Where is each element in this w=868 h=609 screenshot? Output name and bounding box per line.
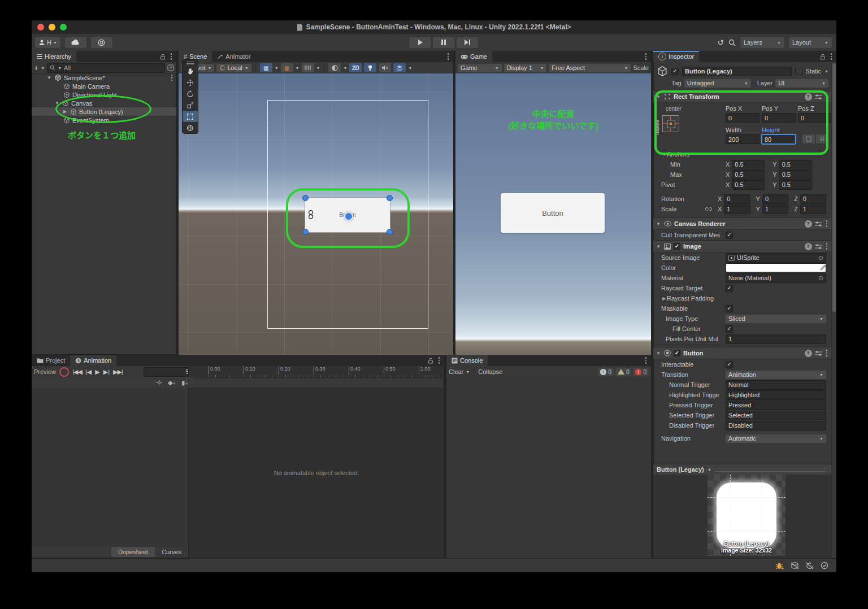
resize-handle-tl[interactable]	[302, 195, 309, 201]
object-picker-icon[interactable]: ⊙	[818, 254, 823, 262]
lock-icon[interactable]	[160, 54, 166, 60]
tag-dropdown[interactable]: Untagged▼	[684, 79, 751, 88]
preview-header[interactable]: Button (Legacy)▼	[653, 464, 836, 475]
auto-refresh-icon[interactable]	[806, 562, 814, 569]
tab-console[interactable]: Console	[446, 355, 488, 366]
navigation-dropdown[interactable]: Automatic▼	[726, 434, 826, 443]
measure-button[interactable]	[302, 63, 314, 72]
static-caret-icon[interactable]: ▼	[824, 69, 828, 73]
button-enabled-checkbox[interactable]: ✓	[674, 350, 680, 356]
fill-center-checkbox[interactable]: ✓	[726, 325, 733, 333]
filter-curves-icon[interactable]	[156, 380, 162, 386]
tab-project[interactable]: Project	[32, 355, 70, 366]
tab-game[interactable]: Game	[455, 51, 492, 62]
pos-x-field[interactable]: 0	[726, 113, 760, 123]
highlighted-trigger-field[interactable]: Highlighted	[726, 390, 826, 400]
disabled-trigger-field[interactable]: Disabled	[726, 421, 826, 430]
collapse-button[interactable]: Collapse	[478, 368, 502, 375]
game-menu-icon[interactable]	[644, 53, 648, 60]
maskable-checkbox[interactable]: ✓	[726, 305, 733, 312]
layer-dropdown[interactable]: UI▼	[775, 79, 828, 88]
active-checkbox[interactable]: ✓	[671, 68, 679, 75]
info-filter-button[interactable]: ! 0	[598, 368, 614, 376]
grid-snap-caret-icon[interactable]: ▼	[275, 66, 279, 70]
raycast-padding-row[interactable]: ▶Raycast Padding	[653, 293, 832, 303]
transform-tool[interactable]	[183, 122, 198, 133]
pivot-x-field[interactable]: 0.5	[732, 180, 765, 190]
interactable-checkbox[interactable]: ✓	[726, 361, 733, 368]
preview-drag-handle[interactable]	[715, 468, 826, 472]
animation-property-pane[interactable]	[32, 388, 188, 547]
animation-menu-icon[interactable]	[437, 357, 441, 364]
rotate-tool[interactable]	[183, 88, 198, 99]
image-header[interactable]: ▼ ✓ Image ?	[653, 240, 832, 253]
undo-history-icon[interactable]: ↺	[717, 38, 724, 47]
window-pin-icon[interactable]	[167, 64, 174, 71]
anchor-max-y-field[interactable]: 0.5	[779, 170, 812, 180]
tab-inspector[interactable]: i Inspector	[653, 51, 699, 62]
console-menu-icon[interactable]	[644, 357, 648, 364]
image-enabled-checkbox[interactable]: ✓	[674, 243, 680, 250]
help-icon[interactable]: ?	[805, 243, 812, 250]
timeline-ruler[interactable]: 0:00 0:10 0:20 0:30 0:40 0:50 1:00	[188, 366, 444, 377]
eyedropper-icon[interactable]	[820, 264, 826, 271]
dopesheet-tab[interactable]: Dopesheet	[111, 547, 155, 557]
anchor-min-y-field[interactable]: 0.5	[779, 160, 812, 169]
presets-icon[interactable]	[815, 221, 822, 227]
presets-icon[interactable]	[815, 243, 822, 250]
aspect-dropdown[interactable]: Free Aspect▼	[549, 64, 631, 72]
curves-tab[interactable]: Curves	[155, 547, 188, 557]
console-log-area[interactable]	[446, 377, 651, 558]
rect-transform-header[interactable]: ▼ Rect Transform ?	[653, 90, 832, 103]
tree-item-directional-light[interactable]: Directional Light	[32, 90, 176, 99]
tool-strip-handle[interactable]	[183, 60, 198, 66]
frame-field[interactable]: 5	[144, 367, 192, 377]
button-component-header[interactable]: ▼ ✓ Button ?	[653, 347, 832, 359]
grid-snap-button[interactable]: ▦	[260, 63, 272, 72]
width-field[interactable]: 200	[726, 134, 760, 144]
scale-x-field[interactable]: 1	[724, 205, 750, 214]
plastic-scm-button[interactable]	[91, 37, 112, 48]
cull-transparent-checkbox[interactable]: ✓	[726, 232, 733, 239]
effects-caret-icon[interactable]: ▼	[408, 66, 412, 70]
canvas-renderer-header[interactable]: ▼ Canvas Renderer ?	[653, 218, 832, 230]
display-dropdown[interactable]: Display 1▼	[504, 64, 547, 72]
tree-item-scene[interactable]: ▼ SampleScene*	[32, 73, 176, 82]
play-button[interactable]	[409, 37, 431, 48]
foldout-icon[interactable]: ▼	[46, 75, 52, 80]
preview-toggle[interactable]: Preview	[34, 368, 56, 375]
height-field[interactable]: 80	[762, 134, 796, 144]
create-button[interactable]: +	[34, 63, 38, 72]
image-type-dropdown[interactable]: Sliced▼	[726, 315, 826, 323]
game-button-object[interactable]: Button	[501, 193, 605, 233]
effects-button[interactable]	[393, 63, 406, 72]
tree-item-button-legacy[interactable]: ▶ Button (Legacy)	[32, 107, 176, 116]
scale-z-field[interactable]: 1	[800, 205, 826, 214]
error-filter-button[interactable]: ! 0	[633, 368, 649, 376]
component-menu-icon[interactable]	[825, 220, 829, 227]
scene-button-object[interactable]: Button	[305, 197, 390, 233]
foldout-icon[interactable]: ▶	[62, 109, 68, 114]
source-image-field[interactable]: UISprite ⊙	[726, 253, 826, 263]
rotation-z-field[interactable]: 0	[800, 194, 826, 204]
prev-key-button[interactable]: |◀	[85, 368, 92, 376]
scrollbar-thumb[interactable]	[832, 63, 836, 312]
debugger-bug-icon[interactable]	[775, 562, 784, 569]
shading-caret-icon[interactable]: ▼	[343, 66, 347, 70]
game-view-dropdown[interactable]: Game▼	[458, 64, 502, 72]
help-icon[interactable]: ?	[805, 220, 812, 228]
layout-dropdown[interactable]: Layout▼	[789, 37, 832, 48]
first-key-button[interactable]: |◀◀	[72, 368, 82, 376]
pressed-trigger-field[interactable]: Pressed	[726, 401, 826, 410]
static-checkbox[interactable]	[795, 68, 802, 75]
component-menu-icon[interactable]	[825, 350, 829, 356]
anim-play-button[interactable]: ▶	[95, 368, 99, 376]
inspector-menu-icon[interactable]	[830, 53, 834, 60]
normal-trigger-field[interactable]: Normal	[726, 380, 826, 390]
tab-animation[interactable]: Animation	[70, 355, 116, 366]
tree-item-main-camera[interactable]: Main Camera	[32, 82, 176, 90]
object-picker-icon[interactable]: ⊙	[818, 275, 823, 282]
link-icon[interactable]	[705, 206, 712, 212]
help-icon[interactable]: ?	[805, 93, 812, 101]
hand-tool[interactable]	[183, 66, 198, 77]
